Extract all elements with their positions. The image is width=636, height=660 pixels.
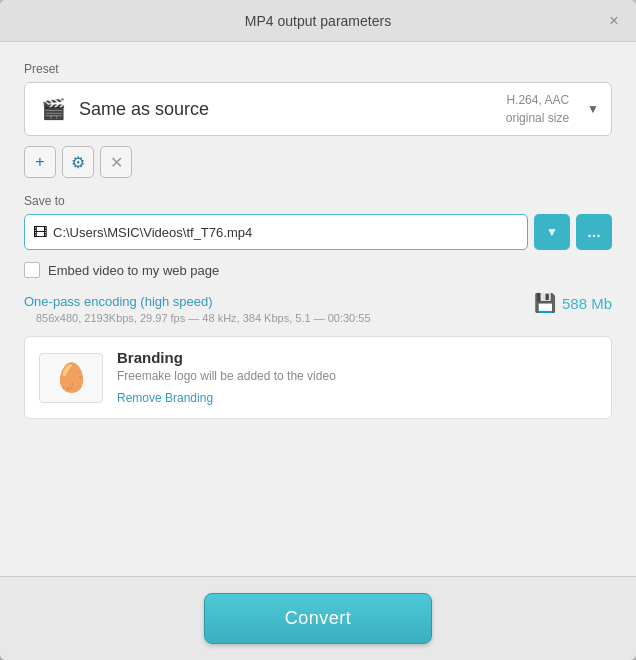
remove-branding-link[interactable]: Remove Branding — [117, 391, 213, 405]
save-path-wrapper: 🎞 — [24, 214, 528, 250]
save-browse-button[interactable]: … — [576, 214, 612, 250]
file-icon: 🎞 — [33, 224, 47, 240]
save-path-input[interactable] — [53, 225, 519, 240]
title-bar: MP4 output parameters × — [0, 0, 636, 42]
dialog: MP4 output parameters × Preset 🎬 Same as… — [0, 0, 636, 660]
embed-checkbox[interactable] — [24, 262, 40, 278]
preset-codec: H.264, AAC — [506, 91, 569, 109]
save-dropdown-button[interactable]: ▼ — [534, 214, 570, 250]
encoding-size: 💾 588 Mb — [534, 292, 612, 314]
embed-label: Embed video to my web page — [48, 263, 219, 278]
settings-preset-button[interactable]: ⚙ — [62, 146, 94, 178]
branding-description: Freemake logo will be added to the video — [117, 369, 336, 383]
preset-actions: + ⚙ ✕ — [24, 146, 612, 178]
add-preset-button[interactable]: + — [24, 146, 56, 178]
preset-name: Same as source — [79, 99, 209, 120]
preset-dropdown[interactable]: 🎬 Same as source H.264, AAC original siz… — [24, 82, 612, 136]
encoding-mode-link[interactable]: One-pass encoding (high speed) — [24, 294, 213, 309]
delete-preset-button[interactable]: ✕ — [100, 146, 132, 178]
encoding-row: One-pass encoding (high speed) 856x480, … — [24, 292, 612, 324]
convert-button[interactable]: Convert — [204, 593, 433, 644]
preset-left: 🎬 Same as source — [37, 93, 209, 125]
encoding-left: One-pass encoding (high speed) 856x480, … — [24, 292, 371, 324]
embed-row: Embed video to my web page — [24, 262, 612, 278]
save-to-row: 🎞 ▼ … — [24, 214, 612, 250]
preset-size: original size — [506, 109, 569, 127]
dialog-title: MP4 output parameters — [245, 13, 391, 29]
chevron-down-icon: ▼ — [587, 102, 599, 116]
content-area: Preset 🎬 Same as source H.264, AAC origi… — [0, 42, 636, 576]
save-to-label: Save to — [24, 194, 612, 208]
branding-thumbnail: 🥚 — [39, 353, 103, 403]
branding-card: 🥚 Branding Freemake logo will be added t… — [24, 336, 612, 419]
branding-title: Branding — [117, 349, 336, 366]
close-button[interactable]: × — [604, 11, 624, 31]
dropdown-arrow-icon: ▼ — [546, 225, 558, 239]
size-value: 588 Mb — [562, 295, 612, 312]
browse-icon: … — [587, 224, 601, 240]
film-icon: 🎬 — [37, 93, 69, 125]
preset-label: Preset — [24, 62, 612, 76]
preset-info: H.264, AAC original size — [506, 91, 569, 127]
bottom-area: Convert — [0, 576, 636, 660]
encoding-details: 856x480, 2193Kbps, 29.97 fps — 48 kHz, 3… — [36, 312, 371, 324]
branding-info: Branding Freemake logo will be added to … — [117, 349, 336, 406]
branding-logo-icon: 🥚 — [54, 361, 89, 394]
disk-icon: 💾 — [534, 292, 556, 314]
